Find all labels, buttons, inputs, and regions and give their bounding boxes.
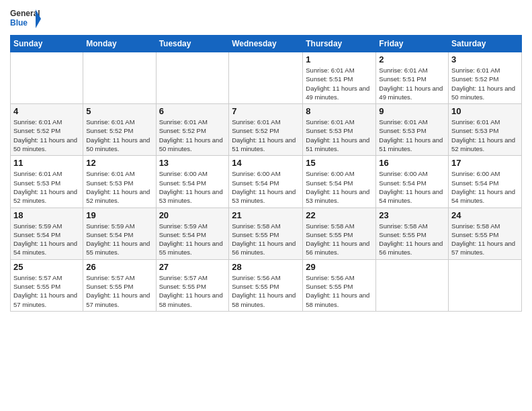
day-number: 18 bbox=[13, 210, 80, 220]
calendar-cell bbox=[11, 52, 83, 104]
calendar-week-row: 18Sunrise: 5:59 AM Sunset: 5:54 PM Dayli… bbox=[11, 208, 522, 259]
day-info: Sunrise: 6:01 AM Sunset: 5:53 PM Dayligh… bbox=[306, 118, 373, 153]
calendar-cell: 6Sunrise: 6:01 AM Sunset: 5:52 PM Daylig… bbox=[156, 104, 229, 156]
day-info: Sunrise: 5:56 AM Sunset: 5:55 PM Dayligh… bbox=[232, 273, 300, 309]
calendar-cell: 27Sunrise: 5:57 AM Sunset: 5:55 PM Dayli… bbox=[156, 259, 229, 311]
day-info: Sunrise: 5:56 AM Sunset: 5:55 PM Dayligh… bbox=[306, 273, 373, 309]
calendar-header-friday: Friday bbox=[376, 36, 449, 52]
day-info: Sunrise: 6:00 AM Sunset: 5:54 PM Dayligh… bbox=[379, 169, 445, 205]
calendar-cell: 7Sunrise: 6:01 AM Sunset: 5:52 PM Daylig… bbox=[229, 104, 303, 156]
day-info: Sunrise: 5:57 AM Sunset: 5:55 PM Dayligh… bbox=[159, 273, 226, 309]
day-number: 29 bbox=[306, 262, 373, 272]
calendar-cell: 22Sunrise: 5:58 AM Sunset: 5:55 PM Dayli… bbox=[303, 208, 376, 259]
calendar-cell: 28Sunrise: 5:56 AM Sunset: 5:55 PM Dayli… bbox=[229, 259, 303, 311]
calendar-cell bbox=[83, 52, 156, 104]
calendar-cell: 11Sunrise: 6:01 AM Sunset: 5:53 PM Dayli… bbox=[11, 156, 83, 208]
calendar-cell: 14Sunrise: 6:00 AM Sunset: 5:54 PM Dayli… bbox=[229, 156, 303, 208]
day-number: 8 bbox=[306, 106, 373, 116]
calendar-cell: 4Sunrise: 6:01 AM Sunset: 5:52 PM Daylig… bbox=[11, 104, 83, 156]
calendar-cell bbox=[376, 259, 449, 311]
day-info: Sunrise: 6:01 AM Sunset: 5:53 PM Dayligh… bbox=[13, 169, 80, 205]
svg-text:General: General bbox=[10, 9, 40, 18]
day-info: Sunrise: 5:59 AM Sunset: 5:54 PM Dayligh… bbox=[159, 222, 226, 257]
calendar-cell: 26Sunrise: 5:57 AM Sunset: 5:55 PM Dayli… bbox=[83, 259, 156, 311]
day-info: Sunrise: 5:58 AM Sunset: 5:55 PM Dayligh… bbox=[379, 222, 445, 257]
day-info: Sunrise: 6:00 AM Sunset: 5:54 PM Dayligh… bbox=[306, 169, 373, 205]
day-number: 2 bbox=[379, 54, 445, 64]
calendar-cell: 5Sunrise: 6:01 AM Sunset: 5:52 PM Daylig… bbox=[83, 104, 156, 156]
calendar-cell: 29Sunrise: 5:56 AM Sunset: 5:55 PM Dayli… bbox=[303, 259, 376, 311]
day-info: Sunrise: 6:01 AM Sunset: 5:52 PM Dayligh… bbox=[159, 118, 226, 153]
calendar-cell: 10Sunrise: 6:01 AM Sunset: 5:53 PM Dayli… bbox=[449, 104, 522, 156]
day-number: 25 bbox=[13, 262, 80, 272]
calendar-cell: 19Sunrise: 5:59 AM Sunset: 5:54 PM Dayli… bbox=[83, 208, 156, 259]
day-info: Sunrise: 6:00 AM Sunset: 5:54 PM Dayligh… bbox=[232, 169, 300, 205]
day-number: 12 bbox=[86, 158, 152, 168]
day-number: 21 bbox=[232, 210, 300, 220]
day-info: Sunrise: 6:01 AM Sunset: 5:51 PM Dayligh… bbox=[306, 66, 373, 101]
calendar-table: SundayMondayTuesdayWednesdayThursdayFrid… bbox=[10, 35, 522, 312]
day-info: Sunrise: 6:01 AM Sunset: 5:52 PM Dayligh… bbox=[86, 118, 152, 153]
page-header: GeneralBlue bbox=[10, 7, 522, 31]
logo: GeneralBlue bbox=[10, 7, 44, 31]
calendar-cell: 12Sunrise: 6:01 AM Sunset: 5:53 PM Dayli… bbox=[83, 156, 156, 208]
calendar-cell: 18Sunrise: 5:59 AM Sunset: 5:54 PM Dayli… bbox=[11, 208, 83, 259]
calendar-cell: 2Sunrise: 6:01 AM Sunset: 5:51 PM Daylig… bbox=[376, 52, 449, 104]
day-number: 10 bbox=[451, 106, 519, 116]
calendar-cell bbox=[156, 52, 229, 104]
day-number: 5 bbox=[86, 106, 152, 116]
calendar-header-monday: Monday bbox=[83, 36, 156, 52]
day-number: 3 bbox=[451, 54, 519, 64]
svg-text:Blue: Blue bbox=[10, 18, 28, 28]
calendar-cell: 9Sunrise: 6:01 AM Sunset: 5:53 PM Daylig… bbox=[376, 104, 449, 156]
day-info: Sunrise: 5:58 AM Sunset: 5:55 PM Dayligh… bbox=[232, 222, 300, 257]
calendar-cell: 17Sunrise: 6:00 AM Sunset: 5:54 PM Dayli… bbox=[449, 156, 522, 208]
day-info: Sunrise: 6:00 AM Sunset: 5:54 PM Dayligh… bbox=[159, 169, 226, 205]
calendar-cell: 16Sunrise: 6:00 AM Sunset: 5:54 PM Dayli… bbox=[376, 156, 449, 208]
day-number: 23 bbox=[379, 210, 445, 220]
day-number: 15 bbox=[306, 158, 373, 168]
day-info: Sunrise: 5:59 AM Sunset: 5:54 PM Dayligh… bbox=[86, 222, 152, 257]
calendar-cell: 20Sunrise: 5:59 AM Sunset: 5:54 PM Dayli… bbox=[156, 208, 229, 259]
calendar-header-sunday: Sunday bbox=[11, 36, 83, 52]
calendar-cell bbox=[449, 259, 522, 311]
calendar-cell: 21Sunrise: 5:58 AM Sunset: 5:55 PM Dayli… bbox=[229, 208, 303, 259]
day-info: Sunrise: 6:01 AM Sunset: 5:52 PM Dayligh… bbox=[13, 118, 80, 153]
calendar-cell: 13Sunrise: 6:00 AM Sunset: 5:54 PM Dayli… bbox=[156, 156, 229, 208]
day-info: Sunrise: 5:58 AM Sunset: 5:55 PM Dayligh… bbox=[451, 222, 519, 257]
day-number: 22 bbox=[306, 210, 373, 220]
day-info: Sunrise: 6:01 AM Sunset: 5:53 PM Dayligh… bbox=[379, 118, 445, 153]
day-info: Sunrise: 5:59 AM Sunset: 5:54 PM Dayligh… bbox=[13, 222, 80, 257]
day-info: Sunrise: 6:01 AM Sunset: 5:52 PM Dayligh… bbox=[451, 66, 519, 101]
calendar-cell: 23Sunrise: 5:58 AM Sunset: 5:55 PM Dayli… bbox=[376, 208, 449, 259]
calendar-cell: 24Sunrise: 5:58 AM Sunset: 5:55 PM Dayli… bbox=[449, 208, 522, 259]
calendar-cell: 25Sunrise: 5:57 AM Sunset: 5:55 PM Dayli… bbox=[11, 259, 83, 311]
day-number: 14 bbox=[232, 158, 300, 168]
day-number: 7 bbox=[232, 106, 300, 116]
logo-svg: GeneralBlue bbox=[10, 7, 44, 31]
day-number: 4 bbox=[13, 106, 80, 116]
day-info: Sunrise: 6:00 AM Sunset: 5:54 PM Dayligh… bbox=[451, 169, 519, 205]
day-info: Sunrise: 6:01 AM Sunset: 5:53 PM Dayligh… bbox=[451, 118, 519, 153]
calendar-header-saturday: Saturday bbox=[449, 36, 522, 52]
day-number: 28 bbox=[232, 262, 300, 272]
calendar-header-thursday: Thursday bbox=[303, 36, 376, 52]
day-number: 13 bbox=[159, 158, 226, 168]
day-number: 16 bbox=[379, 158, 445, 168]
calendar-week-row: 4Sunrise: 6:01 AM Sunset: 5:52 PM Daylig… bbox=[11, 104, 522, 156]
day-number: 26 bbox=[86, 262, 152, 272]
calendar-week-row: 25Sunrise: 5:57 AM Sunset: 5:55 PM Dayli… bbox=[11, 259, 522, 311]
day-info: Sunrise: 5:57 AM Sunset: 5:55 PM Dayligh… bbox=[86, 273, 152, 309]
calendar-header-wednesday: Wednesday bbox=[229, 36, 303, 52]
day-info: Sunrise: 5:57 AM Sunset: 5:55 PM Dayligh… bbox=[13, 273, 80, 309]
day-number: 27 bbox=[159, 262, 226, 272]
day-number: 11 bbox=[13, 158, 80, 168]
calendar-header-row: SundayMondayTuesdayWednesdayThursdayFrid… bbox=[11, 36, 522, 52]
calendar-cell: 15Sunrise: 6:00 AM Sunset: 5:54 PM Dayli… bbox=[303, 156, 376, 208]
day-info: Sunrise: 6:01 AM Sunset: 5:52 PM Dayligh… bbox=[232, 118, 300, 153]
calendar-cell: 8Sunrise: 6:01 AM Sunset: 5:53 PM Daylig… bbox=[303, 104, 376, 156]
day-number: 1 bbox=[306, 54, 373, 64]
calendar-week-row: 11Sunrise: 6:01 AM Sunset: 5:53 PM Dayli… bbox=[11, 156, 522, 208]
day-number: 24 bbox=[451, 210, 519, 220]
day-number: 9 bbox=[379, 106, 445, 116]
